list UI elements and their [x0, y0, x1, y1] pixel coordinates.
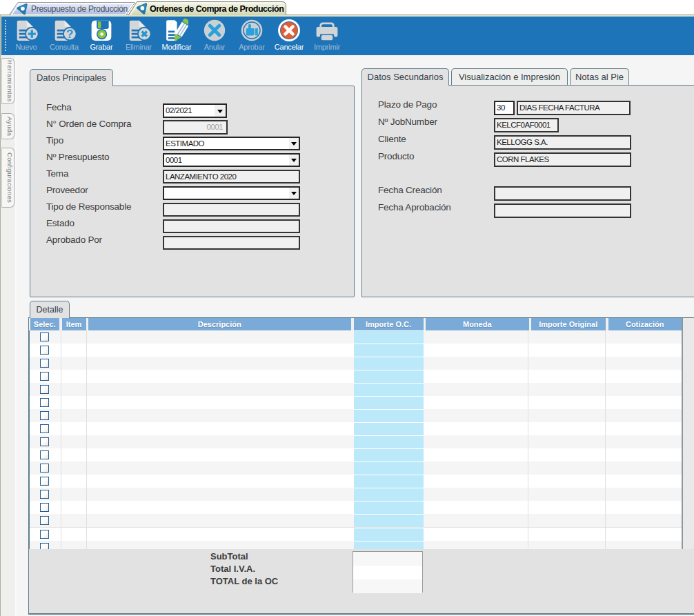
- svg-text:?: ?: [66, 28, 73, 41]
- svg-text:Presupuesto de Producción: Presupuesto de Producción: [31, 4, 128, 14]
- svg-text:Ordenes de Compra de Producció: Ordenes de Compra de Producción: [150, 4, 284, 14]
